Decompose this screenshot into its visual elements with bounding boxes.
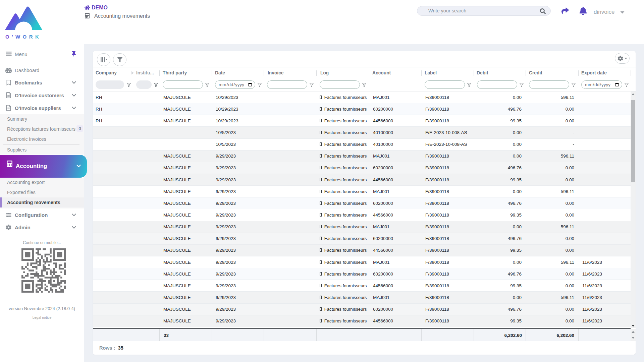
- svg-text:O'WORK: O'WORK: [5, 34, 41, 40]
